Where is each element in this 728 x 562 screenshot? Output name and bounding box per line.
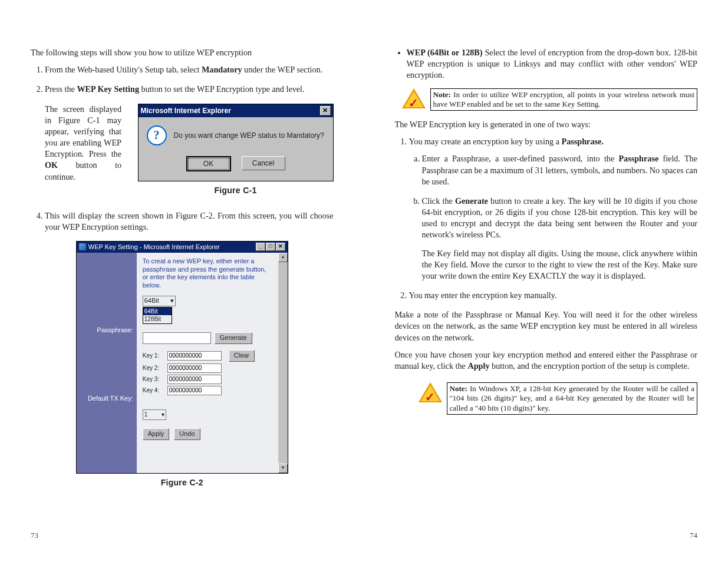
undo-button[interactable]: Undo	[174, 428, 200, 440]
question-icon: ?	[147, 125, 167, 146]
step-3: Microsoft Internet Explorer ✕ ? Do you w…	[45, 104, 334, 200]
figure-c1-wrap: Microsoft Internet Explorer ✕ ? Do you w…	[138, 104, 334, 196]
encryption-level-select[interactable]: 64Bit▾	[143, 296, 176, 306]
warning-icon: ✓	[419, 382, 442, 404]
bullet-list: WEP (64Bit or 128B) Select the level of …	[395, 47, 698, 81]
way-1b: Click the Generate button to create a ke…	[422, 196, 698, 282]
dialog-title: Microsoft Internet Explorer	[141, 106, 231, 115]
figure-c2-caption: Figure C-2	[76, 477, 288, 488]
close-icon[interactable]: ✕	[320, 106, 331, 115]
ok-button[interactable]: OK	[186, 156, 231, 171]
cancel-button[interactable]: Cancel	[242, 156, 285, 170]
default-tx-select[interactable]: 1▾	[143, 409, 166, 420]
steps-list: From the Web-based Utility's Setup tab, …	[31, 64, 334, 233]
make-note-text: Make a note of the Passphrase or Manual …	[395, 309, 698, 343]
close-icon[interactable]: ✕	[276, 243, 285, 251]
wep-labels-col: Passphrase: Default TX Key:	[77, 253, 137, 473]
maximize-icon[interactable]: □	[266, 243, 275, 251]
way-1: You may create an encryption key by usin…	[409, 136, 698, 282]
default-tx-label: Default TX Key:	[77, 392, 137, 405]
step-4: This will display the screen shown in Fi…	[45, 208, 334, 233]
warning-icon: ✓	[402, 88, 426, 110]
key3-input[interactable]	[167, 375, 222, 384]
figure-c2-wrap: WEP Key Setting - Microsoft Internet Exp…	[76, 241, 288, 488]
generate-button[interactable]: Generate	[215, 332, 252, 344]
page-number-left: 73	[31, 530, 38, 541]
apply-text: Once you have chosen your key encryption…	[395, 349, 698, 372]
note-box-2: ✓ Note: In Windows XP, a 128-bit Key gen…	[419, 382, 698, 415]
dialog-ie-confirm: Microsoft Internet Explorer ✕ ? Do you w…	[138, 104, 334, 181]
window-titlebar: WEP Key Setting - Microsoft Internet Exp…	[77, 242, 288, 253]
encryption-level-options[interactable]: 64Bit 128Bit	[143, 307, 172, 324]
way-1-sub: Enter a Passphrase, a user-defined passw…	[409, 153, 698, 282]
apply-button[interactable]: Apply	[143, 428, 170, 440]
note-2-text: Note: In Windows XP, a 128-bit Key gener…	[447, 382, 698, 415]
key1-input[interactable]	[167, 351, 222, 361]
intro-text: The following steps will show you how to…	[31, 47, 334, 58]
scroll-up-icon[interactable]: ▴	[278, 253, 288, 262]
wep-key-setting-window: WEP Key Setting - Microsoft Internet Exp…	[76, 241, 288, 474]
way-1a: Enter a Passphrase, a user-defined passw…	[422, 153, 698, 187]
way-2: You may enter the encryption key manuall…	[409, 290, 698, 301]
page-right: WEP (64Bit or 128B) Select the level of …	[364, 0, 729, 562]
key2-input[interactable]	[167, 363, 222, 373]
note-box-1: ✓ Note: In order to utilize WEP encrypti…	[402, 88, 698, 111]
scrollbar[interactable]: ▴ ▾	[278, 253, 288, 473]
ways-intro: The WEP Encryption key is generated in o…	[395, 119, 698, 130]
ways-list: You may create an encryption key by usin…	[395, 136, 698, 301]
chevron-down-icon: ▾	[170, 296, 174, 305]
page-spread: The following steps will show you how to…	[0, 0, 728, 562]
note-1-text: Note: In order to utilize WEP encryption…	[430, 88, 698, 111]
figure-c1-caption: Figure C-1	[138, 185, 334, 196]
scroll-down-icon[interactable]: ▾	[278, 464, 288, 473]
ie-icon	[79, 243, 86, 250]
dialog-message: Do you want change WEP status to Mandato…	[174, 131, 324, 140]
step-2: Press the WEP Key Setting button to set …	[45, 84, 334, 95]
passphrase-input[interactable]	[143, 332, 211, 344]
wep-instructions: To creat a new WEP key, either enter a p…	[143, 257, 272, 290]
chevron-down-icon: ▾	[162, 411, 164, 419]
key4-input[interactable]	[167, 386, 222, 395]
minimize-icon[interactable]: _	[256, 243, 265, 251]
page-number-right: 74	[690, 530, 697, 541]
page-left: The following steps will show you how to…	[0, 0, 364, 562]
step-1: From the Web-based Utility's Setup tab, …	[45, 64, 334, 75]
window-title: WEP Key Setting - Microsoft Internet Exp…	[88, 243, 220, 252]
clear-button[interactable]: Clear	[229, 350, 255, 362]
dialog-titlebar: Microsoft Internet Explorer ✕	[139, 104, 333, 117]
passphrase-label: Passphrase:	[77, 323, 137, 340]
bullet-wep: WEP (64Bit or 128B) Select the level of …	[407, 47, 698, 81]
